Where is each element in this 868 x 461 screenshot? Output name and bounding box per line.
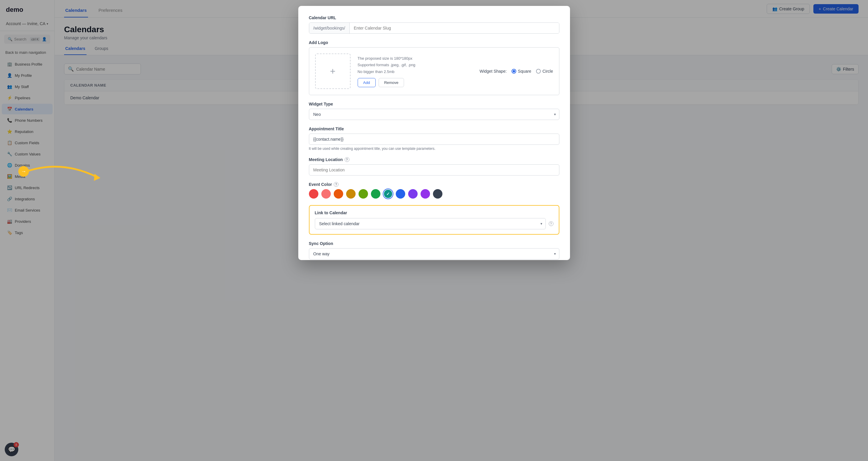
widget-type-select[interactable]: NeoClassicModern	[309, 109, 559, 120]
logo-remove-button[interactable]: Remove	[379, 78, 404, 87]
url-slug-input[interactable]	[350, 23, 559, 33]
svg-point-1	[18, 166, 29, 177]
url-prefix: /widget/bookings/	[309, 23, 350, 33]
link-calendar-label: Link to Calendar	[315, 210, 554, 215]
color-dot-purple[interactable]	[421, 189, 430, 199]
square-radio[interactable]	[512, 69, 516, 74]
logo-hint-2: Supported formats .jpeg, .gif, .png	[358, 62, 472, 68]
svg-marker-0	[94, 174, 100, 181]
square-label: Square	[518, 69, 531, 74]
add-logo-group: Add Logo + The proposed size is 180*180p…	[309, 40, 559, 95]
link-calendar-row: Select linked calendar ▾ ?	[315, 218, 554, 229]
link-calendar-box: Link to Calendar Select linked calendar …	[309, 205, 559, 235]
widget-shape-selector: Widget Shape: Square Circle	[479, 69, 553, 74]
color-dot-teal[interactable]: ✓	[383, 189, 393, 199]
arrow-annotation: →	[15, 154, 109, 189]
calendar-url-group: Calendar URL /widget/bookings/	[309, 16, 559, 34]
color-dot-indigo[interactable]	[408, 189, 417, 199]
color-dot-yellow[interactable]	[346, 189, 355, 199]
widget-type-label: Widget Type	[309, 102, 559, 106]
modal-dialog: Calendar URL /widget/bookings/ Add Logo …	[298, 6, 570, 260]
logo-add-button[interactable]: Add	[358, 78, 376, 87]
color-palette: ✓	[309, 189, 559, 199]
color-dot-blue[interactable]	[396, 189, 405, 199]
logo-hint-1: The proposed size is 180*180px	[358, 55, 472, 62]
widget-shape-label: Widget Shape:	[479, 69, 507, 74]
svg-text:→: →	[21, 168, 26, 174]
appointment-title-hint: It will be used while creating appointme…	[309, 147, 559, 151]
sync-option-label: Sync Option	[309, 241, 559, 246]
color-dot-olive[interactable]	[359, 189, 368, 199]
link-calendar-help-icon[interactable]: ?	[549, 221, 554, 226]
event-color-help-icon[interactable]: ?	[334, 182, 338, 187]
event-color-label: Event Color ?	[309, 182, 559, 187]
logo-upload-area[interactable]: +	[315, 54, 350, 89]
widget-type-select-wrap: NeoClassicModern ▾	[309, 109, 559, 120]
appointment-title-label: Appointment Title	[309, 126, 559, 131]
check-icon: ✓	[386, 192, 390, 196]
sync-option-select[interactable]: One wayTwo way	[309, 248, 559, 259]
event-color-group: Event Color ? ✓	[309, 182, 559, 199]
meeting-location-group: Meeting Location ?	[309, 157, 559, 176]
modal-inner: Calendar URL /widget/bookings/ Add Logo …	[298, 6, 570, 260]
sync-option-select-wrap: One wayTwo way ▾	[309, 248, 559, 259]
meeting-location-input[interactable]	[309, 164, 559, 176]
meeting-location-help-icon[interactable]: ?	[345, 157, 349, 162]
shape-square-option[interactable]: Square	[512, 69, 531, 74]
plus-icon: +	[330, 66, 336, 77]
color-dot-dark[interactable]	[433, 189, 442, 199]
add-logo-label: Add Logo	[309, 40, 559, 45]
calendar-url-label: Calendar URL	[309, 16, 559, 20]
modal-overlay: Calendar URL /widget/bookings/ Add Logo …	[0, 0, 868, 461]
meeting-location-label: Meeting Location ?	[309, 157, 559, 162]
color-dot-red[interactable]	[309, 189, 318, 199]
color-dot-green[interactable]	[371, 189, 380, 199]
color-dot-pink[interactable]	[321, 189, 331, 199]
link-calendar-select-wrap: Select linked calendar ▾	[315, 218, 546, 229]
logo-buttons: Add Remove	[358, 78, 472, 87]
widget-type-group: Widget Type NeoClassicModern ▾	[309, 102, 559, 120]
circle-label: Circle	[542, 69, 553, 74]
appointment-title-group: Appointment Title It will be used while …	[309, 126, 559, 151]
circle-radio[interactable]	[536, 69, 541, 74]
link-calendar-select[interactable]: Select linked calendar	[315, 218, 546, 229]
color-dot-orange-red[interactable]	[334, 189, 343, 199]
sync-option-group: Sync Option One wayTwo way ▾	[309, 241, 559, 259]
logo-hint-3: No bigger than 2.5mb	[358, 68, 472, 75]
logo-section: + The proposed size is 180*180px Support…	[309, 47, 559, 95]
shape-circle-option[interactable]: Circle	[536, 69, 553, 74]
appointment-title-input[interactable]	[309, 134, 559, 145]
logo-info: The proposed size is 180*180px Supported…	[358, 55, 472, 87]
url-field: /widget/bookings/	[309, 23, 559, 34]
